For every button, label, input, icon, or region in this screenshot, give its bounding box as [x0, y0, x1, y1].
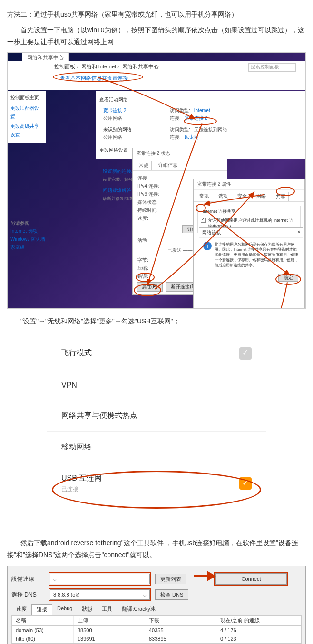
th-conn: 現在/之前 的連線: [216, 616, 301, 625]
table-row: http (80) 139691 833895 0 / 123: [12, 635, 301, 643]
alert-title: 网络连接: [202, 229, 221, 236]
connection-table: 名稱 上傳 下載 現在/之前 的連線 domain (53) 88500 403…: [11, 615, 302, 644]
connect-button[interactable]: Connect: [215, 573, 287, 585]
r1-name: http (80): [12, 635, 74, 643]
th-upload: 上傳: [74, 616, 145, 625]
art-tab-speed[interactable]: 速度: [11, 604, 31, 615]
paragraph-2: "设置"→"无线和网络"选择"更多"→勾选"USB互联网"；: [7, 315, 306, 327]
top-panel: 控制面板› 网络和 Internet› 网络和共享中心 搜索控制面板 查看基本网…: [8, 61, 305, 90]
alert-close-icon[interactable]: ×: [297, 229, 300, 236]
section-active-networks: 查看活动网络: [99, 95, 301, 105]
status-dialog-title: 宽带连接 2 状态: [133, 148, 227, 159]
table-row: domain (53) 88500 40355 4 / 176: [12, 626, 301, 635]
r1-dn: 833895: [145, 635, 216, 643]
net2-access: 无法连接到网络: [194, 127, 227, 132]
crumb-3[interactable]: 网络和共享中心: [122, 64, 159, 69]
art-tab-connect[interactable]: 連接: [31, 604, 52, 615]
see-also-internet[interactable]: Internet 选项: [10, 227, 45, 235]
props-tab-share[interactable]: 共享: [273, 192, 289, 201]
see-also-homegroup[interactable]: 家庭组: [10, 243, 45, 251]
net1-name: 宽带连接 2: [103, 107, 151, 114]
sidebar-adapter-link[interactable]: 更改适配器设置: [10, 104, 43, 121]
art-tab-debug[interactable]: Debug: [52, 604, 77, 615]
r0-conn: 4 / 176: [216, 626, 301, 635]
see-also: 另请参阅 Internet 选项 Windows 防火墙 家庭组: [10, 219, 45, 251]
info-icon: i: [203, 242, 212, 250]
table-header: 名稱 上傳 下載 現在/之前 的連線: [12, 616, 301, 626]
net2-access-lbl: 访问类型:: [170, 127, 190, 132]
red-circle-error: [136, 273, 155, 282]
airplane-label: 飞行模式: [61, 348, 92, 358]
red-circle-checkbox: [196, 204, 206, 212]
sidebar: 控制面板主页 更改适配器设置 更改高级共享设置: [8, 91, 46, 143]
breadcrumb: 控制面板› 网络和 Internet› 网络和共享中心: [54, 63, 159, 70]
mobile-label: 移动网络: [61, 442, 92, 452]
art-software: 設備連線 更新列表 Connect 選擇 DNS 8.8.8.8 (ok) 檢查…: [7, 566, 306, 644]
r0-up: 88500: [74, 626, 145, 635]
sidebar-header: 控制面板主页: [10, 94, 43, 102]
alert-message: 此连接的用户名和密码没有保存为供所有用户使用。因此，Internet 连接共享只…: [215, 242, 299, 268]
airplane-mode-row[interactable]: 飞行模式: [47, 337, 266, 370]
r1-up: 139691: [74, 635, 145, 643]
net2-name: 未识别的网络: [103, 126, 151, 133]
red-circle-properties: [134, 284, 161, 296]
bytes-lbl: 字节:: [137, 256, 148, 264]
r1-conn: 0 / 123: [216, 635, 301, 643]
ipv6-lbl: IPv6 连接:: [137, 190, 159, 198]
th-name: 名稱: [12, 616, 74, 625]
see-also-firewall[interactable]: Windows 防火墙: [10, 235, 45, 243]
net1-type: 公用网络: [103, 114, 151, 122]
comp-lbl: 压缩:: [137, 264, 148, 272]
allow-share-checkbox[interactable]: [201, 218, 206, 223]
share-group-title: Internet 连接共享: [201, 208, 237, 215]
net2-type: 公用网络: [103, 133, 151, 141]
props-tab-network[interactable]: 网络: [254, 192, 269, 201]
net1-access-lbl: 访问类型:: [170, 108, 190, 113]
hotspot-label: 网络共享与便携式热点: [61, 411, 137, 421]
props-tab-general[interactable]: 常规: [196, 192, 212, 201]
windows-screenshot: 网络和共享中心 控制面板› 网络和 Internet› 网络和共享中心 搜索控制…: [7, 52, 306, 309]
red-circle-usb: [52, 471, 261, 509]
refresh-button[interactable]: 更新列表: [155, 574, 186, 584]
paragraph-1: 首先设置一下电脑（以win10为例），按照下图箭头的顺序依次点击（如果设置过可以…: [7, 24, 306, 48]
net2-conn-link[interactable]: 以太网: [185, 134, 199, 140]
basic-info-link[interactable]: 查看基本网络信息并设置连接: [60, 75, 128, 82]
net1-conn-link[interactable]: 宽带连接 2: [185, 115, 207, 121]
status-tab-details[interactable]: 详细信息: [156, 161, 180, 170]
net1-conn-lbl: 连接:: [170, 115, 181, 121]
device-dropdown[interactable]: [50, 574, 150, 584]
duration-lbl: 持续时间:: [137, 206, 158, 214]
airplane-toggle[interactable]: [239, 347, 252, 360]
hotspot-row[interactable]: 网络共享与便携式热点: [47, 400, 266, 432]
speed-lbl: 速度:: [137, 214, 148, 222]
r0-name: domain (53): [12, 626, 74, 635]
see-also-hdr: 另请参阅: [10, 219, 45, 227]
ipv4-lbl: IPv4 连接:: [137, 182, 159, 190]
props-tab-security[interactable]: 安全: [235, 192, 250, 201]
props-tab-options[interactable]: 选项: [215, 192, 231, 201]
vpn-label: VPN: [61, 381, 77, 389]
vpn-row[interactable]: VPN: [47, 370, 266, 400]
th-download: 下載: [145, 616, 216, 625]
art-tab-tools[interactable]: 工具: [97, 604, 117, 615]
method-title: 方法二：通过手机usb共享网络（家里有宽带或光纤，也可以用手机分享网络）: [7, 9, 306, 20]
check-dns-button[interactable]: 檢查 DNS: [155, 589, 188, 600]
art-tab-status[interactable]: 狀態: [77, 604, 97, 615]
crumb-2[interactable]: 网络和 Internet: [81, 64, 116, 69]
sidebar-sharing-link[interactable]: 更改高级共享设置: [10, 122, 43, 139]
dns-label: 選擇 DNS: [11, 591, 45, 599]
search-input[interactable]: 搜索控制面板: [248, 63, 296, 72]
mobile-network-row[interactable]: 移动网络: [47, 432, 266, 463]
net1-access: Internet: [194, 108, 210, 113]
media-lbl: 媒体状态:: [137, 198, 158, 206]
status-tab-general[interactable]: 常规: [136, 161, 152, 170]
crumb-1[interactable]: 控制面板: [54, 64, 75, 69]
dns-value: 8.8.8.8 (ok): [53, 592, 80, 597]
net2-conn-lbl: 连接:: [170, 134, 181, 140]
dns-dropdown[interactable]: 8.8.8.8 (ok): [50, 589, 150, 600]
alert-dialog: 网络连接 × i 此连接的用户名和密码没有保存为供所有用户使用。因此，Inter…: [199, 227, 303, 284]
art-tab-translate[interactable]: 翻譯:Cracky冰: [117, 604, 160, 615]
red-arrow-connect: [193, 571, 217, 581]
r0-dn: 40355: [145, 626, 216, 635]
device-label: 設備連線: [11, 575, 45, 583]
